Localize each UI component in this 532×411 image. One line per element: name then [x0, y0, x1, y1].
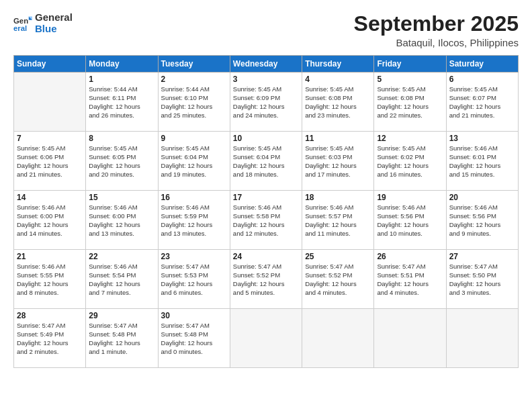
day-info: Sunrise: 5:46 AM Sunset: 6:00 PM Dayligh…: [89, 203, 154, 238]
calendar-cell: [230, 309, 302, 368]
day-number: 11: [305, 134, 371, 143]
week-row-2: 7Sunrise: 5:45 AM Sunset: 6:06 PM Daylig…: [14, 132, 519, 191]
day-info: Sunrise: 5:47 AM Sunset: 5:48 PM Dayligh…: [89, 322, 154, 356]
day-info: Sunrise: 5:47 AM Sunset: 5:49 PM Dayligh…: [17, 322, 83, 356]
calendar-cell: 9Sunrise: 5:45 AM Sunset: 6:04 PM Daylig…: [158, 132, 230, 191]
day-number: 30: [161, 311, 227, 320]
weekday-header-thursday: Thursday: [302, 56, 374, 73]
day-number: 21: [17, 252, 83, 261]
day-number: 18: [305, 193, 371, 202]
calendar-cell: 17Sunrise: 5:46 AM Sunset: 5:58 PM Dayli…: [230, 191, 302, 250]
week-row-1: 1Sunrise: 5:44 AM Sunset: 6:11 PM Daylig…: [14, 73, 519, 132]
week-row-5: 28Sunrise: 5:47 AM Sunset: 5:49 PM Dayli…: [14, 309, 519, 368]
day-info: Sunrise: 5:47 AM Sunset: 5:53 PM Dayligh…: [161, 263, 227, 297]
weekday-header-saturday: Saturday: [446, 56, 518, 73]
day-info: Sunrise: 5:47 AM Sunset: 5:48 PM Dayligh…: [161, 322, 227, 356]
weekday-header-friday: Friday: [374, 56, 446, 73]
calendar-table: SundayMondayTuesdayWednesdayThursdayFrid…: [13, 55, 519, 368]
day-number: 26: [377, 252, 443, 261]
day-number: 28: [17, 311, 83, 320]
location-title: Bataquil, Ilocos, Philippines: [354, 37, 519, 48]
day-info: Sunrise: 5:45 AM Sunset: 6:07 PM Dayligh…: [449, 85, 515, 120]
day-info: Sunrise: 5:45 AM Sunset: 6:06 PM Dayligh…: [17, 144, 83, 179]
calendar-cell: 7Sunrise: 5:45 AM Sunset: 6:06 PM Daylig…: [14, 132, 86, 191]
header: Gen eral General Blue September 2025 Bat…: [13, 12, 519, 48]
day-number: 14: [17, 193, 83, 202]
day-info: Sunrise: 5:45 AM Sunset: 6:05 PM Dayligh…: [89, 144, 154, 179]
day-info: Sunrise: 5:46 AM Sunset: 5:57 PM Dayligh…: [305, 203, 371, 238]
weekday-header-monday: Monday: [86, 56, 158, 73]
logo: Gen eral General Blue: [13, 12, 73, 34]
calendar-cell: 13Sunrise: 5:46 AM Sunset: 6:01 PM Dayli…: [446, 132, 518, 191]
day-number: 20: [449, 193, 515, 202]
calendar-cell: 16Sunrise: 5:46 AM Sunset: 5:59 PM Dayli…: [158, 191, 230, 250]
day-info: Sunrise: 5:47 AM Sunset: 5:51 PM Dayligh…: [377, 263, 443, 297]
calendar-cell: 5Sunrise: 5:45 AM Sunset: 6:08 PM Daylig…: [374, 73, 446, 132]
day-info: Sunrise: 5:46 AM Sunset: 5:56 PM Dayligh…: [449, 203, 515, 238]
calendar-cell: 4Sunrise: 5:45 AM Sunset: 6:08 PM Daylig…: [302, 73, 374, 132]
calendar-page: Gen eral General Blue September 2025 Bat…: [0, 0, 532, 411]
day-info: Sunrise: 5:45 AM Sunset: 6:02 PM Dayligh…: [377, 144, 443, 179]
day-info: Sunrise: 5:45 AM Sunset: 6:04 PM Dayligh…: [233, 144, 299, 179]
day-info: Sunrise: 5:44 AM Sunset: 6:10 PM Dayligh…: [161, 85, 227, 120]
week-row-4: 21Sunrise: 5:46 AM Sunset: 5:55 PM Dayli…: [14, 250, 519, 309]
day-number: 29: [89, 311, 154, 320]
day-info: Sunrise: 5:45 AM Sunset: 6:08 PM Dayligh…: [377, 85, 443, 120]
calendar-cell: 2Sunrise: 5:44 AM Sunset: 6:10 PM Daylig…: [158, 73, 230, 132]
calendar-cell: 30Sunrise: 5:47 AM Sunset: 5:48 PM Dayli…: [158, 309, 230, 368]
calendar-cell: [374, 309, 446, 368]
calendar-cell: 15Sunrise: 5:46 AM Sunset: 6:00 PM Dayli…: [86, 191, 158, 250]
calendar-cell: 20Sunrise: 5:46 AM Sunset: 5:56 PM Dayli…: [446, 191, 518, 250]
day-info: Sunrise: 5:47 AM Sunset: 5:52 PM Dayligh…: [305, 263, 371, 297]
calendar-cell: 27Sunrise: 5:47 AM Sunset: 5:50 PM Dayli…: [446, 250, 518, 309]
calendar-cell: 1Sunrise: 5:44 AM Sunset: 6:11 PM Daylig…: [86, 73, 158, 132]
day-info: Sunrise: 5:46 AM Sunset: 5:56 PM Dayligh…: [377, 203, 443, 238]
calendar-cell: 3Sunrise: 5:45 AM Sunset: 6:09 PM Daylig…: [230, 73, 302, 132]
calendar-cell: 19Sunrise: 5:46 AM Sunset: 5:56 PM Dayli…: [374, 191, 446, 250]
week-row-3: 14Sunrise: 5:46 AM Sunset: 6:00 PM Dayli…: [14, 191, 519, 250]
day-number: 19: [377, 193, 443, 202]
calendar-cell: [446, 309, 518, 368]
day-number: 27: [449, 252, 515, 261]
calendar-cell: 18Sunrise: 5:46 AM Sunset: 5:57 PM Dayli…: [302, 191, 374, 250]
day-info: Sunrise: 5:45 AM Sunset: 6:03 PM Dayligh…: [305, 144, 371, 179]
calendar-cell: 6Sunrise: 5:45 AM Sunset: 6:07 PM Daylig…: [446, 73, 518, 132]
calendar-cell: 10Sunrise: 5:45 AM Sunset: 6:04 PM Dayli…: [230, 132, 302, 191]
day-number: 8: [89, 134, 154, 143]
day-info: Sunrise: 5:46 AM Sunset: 6:00 PM Dayligh…: [17, 203, 83, 238]
day-number: 23: [161, 252, 227, 261]
calendar-cell: 12Sunrise: 5:45 AM Sunset: 6:02 PM Dayli…: [374, 132, 446, 191]
calendar-cell: 11Sunrise: 5:45 AM Sunset: 6:03 PM Dayli…: [302, 132, 374, 191]
day-info: Sunrise: 5:46 AM Sunset: 5:55 PM Dayligh…: [17, 263, 83, 297]
day-number: 16: [161, 193, 227, 202]
calendar-cell: 23Sunrise: 5:47 AM Sunset: 5:53 PM Dayli…: [158, 250, 230, 309]
day-info: Sunrise: 5:45 AM Sunset: 6:08 PM Dayligh…: [305, 85, 371, 120]
day-number: 22: [89, 252, 154, 261]
day-info: Sunrise: 5:46 AM Sunset: 5:54 PM Dayligh…: [89, 263, 154, 297]
day-info: Sunrise: 5:46 AM Sunset: 6:01 PM Dayligh…: [449, 144, 515, 179]
calendar-cell: 22Sunrise: 5:46 AM Sunset: 5:54 PM Dayli…: [86, 250, 158, 309]
month-title: September 2025: [354, 12, 519, 36]
calendar-cell: [14, 73, 86, 132]
day-number: 25: [305, 252, 371, 261]
day-number: 10: [233, 134, 299, 143]
logo-general: General: [35, 11, 73, 23]
day-number: 17: [233, 193, 299, 202]
weekday-header-tuesday: Tuesday: [158, 56, 230, 73]
day-number: 3: [233, 75, 299, 84]
logo-blue: Blue: [35, 23, 57, 34]
calendar-cell: 24Sunrise: 5:47 AM Sunset: 5:52 PM Dayli…: [230, 250, 302, 309]
title-block: September 2025 Bataquil, Ilocos, Philipp…: [354, 12, 519, 48]
calendar-cell: 29Sunrise: 5:47 AM Sunset: 5:48 PM Dayli…: [86, 309, 158, 368]
svg-text:eral: eral: [13, 24, 27, 32]
day-number: 12: [377, 134, 443, 143]
calendar-cell: 25Sunrise: 5:47 AM Sunset: 5:52 PM Dayli…: [302, 250, 374, 309]
day-number: 5: [377, 75, 443, 84]
day-number: 6: [449, 75, 515, 84]
day-info: Sunrise: 5:45 AM Sunset: 6:09 PM Dayligh…: [233, 85, 299, 120]
day-info: Sunrise: 5:46 AM Sunset: 5:58 PM Dayligh…: [233, 203, 299, 238]
day-info: Sunrise: 5:47 AM Sunset: 5:52 PM Dayligh…: [233, 263, 299, 297]
weekday-header-sunday: Sunday: [14, 56, 86, 73]
day-number: 1: [89, 75, 154, 84]
calendar-cell: [302, 309, 374, 368]
